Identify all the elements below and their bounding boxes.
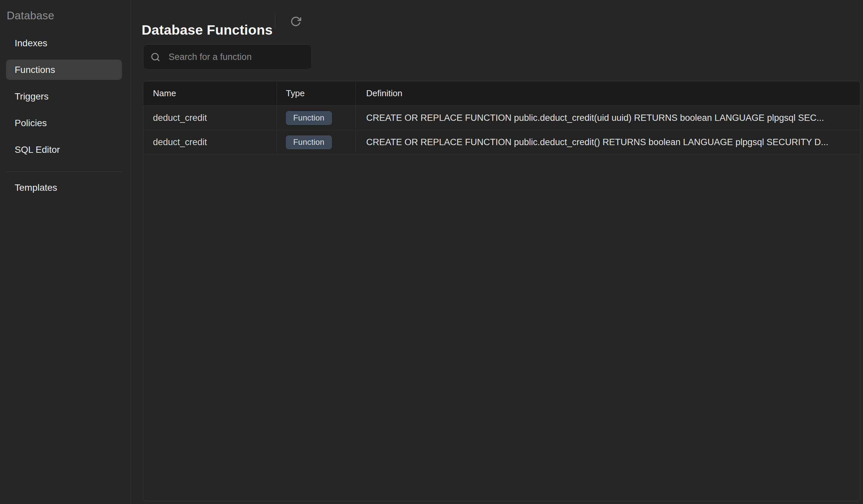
refresh-icon [290,16,302,27]
table-header-row: Name Type Definition [143,81,860,106]
table-row[interactable]: deduct_credit Function CREATE OR REPLACE… [143,106,860,130]
database-sidebar: Database Indexes Functions Triggers Poli… [0,0,131,504]
search-icon [150,52,161,62]
function-search-box [143,44,312,69]
sidebar-item-triggers[interactable]: Triggers [6,86,122,106]
sidebar-title: Database [7,9,130,22]
sidebar-item-indexes[interactable]: Indexes [6,33,122,53]
column-header-type: Type [277,81,355,105]
sidebar-item-label: SQL Editor [15,144,60,155]
function-name-cell: deduct_credit [143,106,277,130]
search-input[interactable] [168,52,306,63]
sidebar-item-label: Templates [15,182,57,193]
sidebar-item-functions[interactable]: Functions [6,60,122,80]
sidebar-item-label: Policies [15,118,47,129]
sidebar-nav: Indexes Functions Triggers Policies SQL … [0,33,130,198]
function-name-cell: deduct_credit [143,130,277,154]
sidebar-item-policies[interactable]: Policies [6,113,122,133]
functions-table: Name Type Definition deduct_credit Funct… [143,81,860,501]
page-title: Database Functions [142,22,273,38]
table-row[interactable]: deduct_credit Function CREATE OR REPLACE… [143,130,860,154]
sidebar-item-templates[interactable]: Templates [6,178,122,198]
sidebar-item-sql-editor[interactable]: SQL Editor [6,140,122,160]
function-type-cell: Function [277,106,355,130]
title-separator [275,14,275,29]
sidebar-divider [6,171,122,172]
function-type-badge: Function [286,135,332,149]
sidebar-item-label: Indexes [15,38,47,49]
function-definition-cell: CREATE OR REPLACE FUNCTION public.deduct… [355,130,860,154]
refresh-button[interactable] [288,13,303,29]
function-type-badge: Function [286,111,332,125]
column-header-definition: Definition [355,81,860,105]
sidebar-item-label: Functions [15,65,55,75]
function-type-cell: Function [277,130,355,154]
function-definition-cell: CREATE OR REPLACE FUNCTION public.deduct… [355,106,860,130]
sidebar-item-label: Triggers [15,91,49,102]
column-header-name: Name [143,81,277,105]
